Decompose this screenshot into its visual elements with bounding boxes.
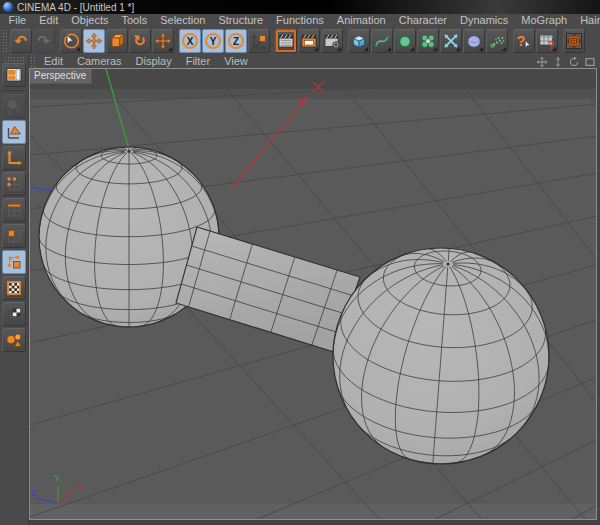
window-title: CINEMA 4D - [Untitled 1 *]: [17, 2, 134, 13]
viewport-scene: ZYX: [30, 69, 596, 519]
layout-window-icon: [5, 66, 23, 84]
viewport-menu-cameras[interactable]: Cameras: [70, 55, 129, 68]
menu-character[interactable]: Character: [392, 14, 453, 27]
polygon-mode-button[interactable]: [2, 224, 26, 248]
online-help-button[interactable]: [563, 29, 585, 53]
menu-mograph[interactable]: MoGraph: [515, 14, 574, 27]
viewport-menu-display[interactable]: Display: [129, 55, 179, 68]
nav-rotate-icon: [568, 56, 580, 68]
particle-spray-icon: [488, 32, 506, 50]
title-bar: CINEMA 4D - [Untitled 1 *]: [0, 0, 600, 14]
texture-axis-mode-button[interactable]: [2, 302, 26, 326]
caged-sphere-icon: [396, 32, 414, 50]
add-primitive-cube-button[interactable]: [348, 29, 370, 53]
blue-cube-icon: [350, 32, 368, 50]
make-editable-button[interactable]: [2, 94, 26, 118]
svg-text:Z: Z: [232, 36, 238, 47]
axis-lock-icon: Y: [204, 32, 222, 50]
add-hypernurbs-button[interactable]: [394, 29, 416, 53]
table-question-icon: ?: [538, 32, 556, 50]
context-help-button[interactable]: ?: [513, 29, 535, 53]
axis-lock-icon: Z: [227, 32, 245, 50]
coordinate-system-button[interactable]: [248, 29, 270, 53]
cross-arrows-icon: [442, 32, 460, 50]
clapperboard-icon: [277, 32, 295, 50]
lock-z-axis-button[interactable]: Z: [225, 29, 247, 53]
svg-text:X: X: [77, 481, 83, 491]
orange-spheres-icon: [5, 331, 23, 349]
viewport-menu-edit[interactable]: Edit: [37, 55, 70, 68]
render-settings-button[interactable]: [321, 29, 343, 53]
svg-text:Z: Z: [31, 488, 37, 498]
snap-mode-button[interactable]: [2, 250, 26, 274]
viewport-menu-filter[interactable]: Filter: [179, 55, 217, 68]
undo-button[interactable]: ↶: [10, 29, 32, 53]
render-active-view-button[interactable]: [275, 29, 297, 53]
move-camera-button[interactable]: [536, 56, 549, 68]
menu-tools[interactable]: Tools: [115, 14, 154, 27]
viewport-menu-bar: EditCamerasDisplayFilterView: [29, 55, 600, 68]
lock-x-axis-button[interactable]: X: [179, 29, 201, 53]
toolbar-grip[interactable]: [2, 29, 7, 53]
move-tool-button[interactable]: [83, 29, 105, 53]
menu-hair[interactable]: Hair: [574, 14, 600, 27]
main-toolbar: ↶↷↻XYZ??: [0, 27, 600, 55]
add-spline-button[interactable]: [371, 29, 393, 53]
viewport-menu-view[interactable]: View: [217, 55, 255, 68]
menu-functions[interactable]: Functions: [270, 14, 331, 27]
menu-animation[interactable]: Animation: [330, 14, 392, 27]
zoom-camera-button[interactable]: [552, 56, 565, 68]
svg-text:X: X: [186, 36, 193, 47]
scale-tool-button[interactable]: [106, 29, 128, 53]
axis-l-icon: [5, 149, 23, 167]
object-axis-mode-button[interactable]: [2, 146, 26, 170]
menu-bar: FileEditObjectsToolsSelectionStructureFu…: [0, 14, 600, 27]
mode-sidebar: [0, 55, 29, 525]
menu-edit[interactable]: Edit: [33, 14, 65, 27]
svg-text:Y: Y: [209, 36, 216, 47]
render-picture-viewer-button[interactable]: [298, 29, 320, 53]
svg-text:?: ?: [516, 33, 525, 49]
sidebar-divider: [2, 90, 26, 91]
animation-mode-button[interactable]: [2, 328, 26, 352]
edge-mode-button[interactable]: [2, 198, 26, 222]
model-triangle-icon: [5, 123, 23, 141]
menu-structure[interactable]: Structure: [212, 14, 270, 27]
dome-icon: [465, 32, 483, 50]
sidebar-grip[interactable]: [4, 56, 24, 61]
add-environment-button[interactable]: [463, 29, 485, 53]
add-particles-button[interactable]: [486, 29, 508, 53]
last-used-tool-button[interactable]: [152, 29, 174, 53]
redo-button[interactable]: ↷: [33, 29, 55, 53]
point-mode-button[interactable]: [2, 172, 26, 196]
menu-dynamics[interactable]: Dynamics: [454, 14, 515, 27]
clapperboard-orange-icon: [300, 32, 318, 50]
add-deformer-button[interactable]: [440, 29, 462, 53]
svg-text:Y: Y: [54, 473, 60, 483]
rotate-arrow-icon: ↻: [133, 34, 146, 49]
layout-switcher-button[interactable]: [2, 63, 26, 87]
maximize-view-button[interactable]: [584, 56, 597, 68]
content-browser-button[interactable]: ?: [536, 29, 558, 53]
live-selection-button[interactable]: [60, 29, 82, 53]
rotate-camera-button[interactable]: [568, 56, 581, 68]
axis-cube-icon: [250, 32, 268, 50]
green-spline-icon: [373, 32, 391, 50]
viewport-label[interactable]: Perspective: [30, 69, 92, 84]
axis-checker-icon: [5, 305, 23, 323]
perspective-viewport[interactable]: ZYX Perspective: [29, 68, 597, 520]
nav-move-icon: [536, 56, 548, 68]
menu-selection[interactable]: Selection: [154, 14, 212, 27]
cinema4d-window: { "window": {"title": "CINEMA 4D - [Unti…: [0, 0, 600, 525]
add-modeling-object-button[interactable]: [417, 29, 439, 53]
checkerboard-icon: [5, 279, 23, 297]
grid-edge-icon: [5, 201, 23, 219]
nav-max-icon: [584, 56, 596, 68]
texture-mode-button[interactable]: [2, 276, 26, 300]
viewport-menu-grip[interactable]: [30, 56, 35, 67]
rotate-tool-button[interactable]: ↻: [129, 29, 151, 53]
menu-objects[interactable]: Objects: [65, 14, 115, 27]
model-mode-button[interactable]: [2, 120, 26, 144]
lock-y-axis-button[interactable]: Y: [202, 29, 224, 53]
menu-file[interactable]: File: [2, 14, 33, 27]
